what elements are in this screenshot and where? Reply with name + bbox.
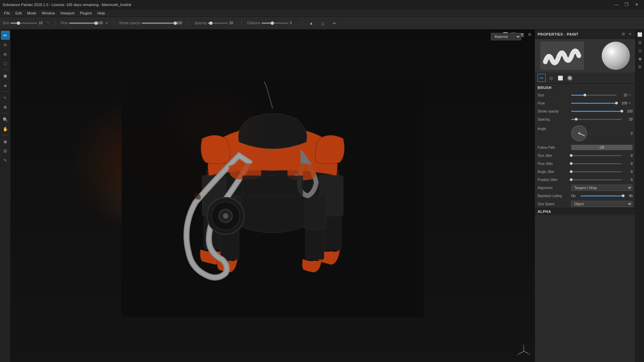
angle-prop-row: Angle | 0 (535, 123, 635, 143)
zoom-button[interactable]: 🔍 (1, 115, 10, 124)
panel-close-btn[interactable]: ✕ (627, 32, 633, 37)
toolbar: Size 10 ✎ Flow 100 ✔ Stroke opacity 100 … (0, 17, 644, 30)
size-prop-value: 10 (618, 93, 627, 97)
stroke-mode-btn-2[interactable]: △ (319, 19, 326, 27)
size-space-row: Size Space Object UV World (535, 200, 635, 208)
viewport-canvas (11, 30, 535, 362)
menu-file[interactable]: File (1, 10, 13, 16)
svg-line-20 (524, 351, 529, 354)
toolbar-sep-5 (302, 20, 302, 27)
stroke-opacity-prop-value: 100 (623, 109, 633, 113)
spacing-value: 20 (229, 21, 236, 25)
brush-tabs: ✏ ◎ ⬜ 🔘 (535, 73, 635, 84)
stroke-opacity-slider[interactable] (142, 22, 175, 24)
panel-expand-btn[interactable]: ⊞ (620, 32, 626, 37)
close-button[interactable]: ✕ (632, 1, 641, 8)
stroke-mode-btn-3[interactable]: ⇒ (330, 19, 338, 27)
menu-help[interactable]: Help (95, 10, 108, 16)
menu-viewport[interactable]: Viewport (57, 10, 77, 16)
flow-jitter-label: Flow Jitter (538, 162, 571, 166)
edge-bake-btn[interactable]: ◎ (636, 47, 644, 54)
maximize-button[interactable]: ❐ (622, 1, 631, 8)
flow-prop-label: Flow (538, 101, 571, 105)
position-jitter-slider[interactable] (571, 179, 622, 180)
edge-display-btn[interactable]: ◉ (636, 55, 644, 62)
menubar: File Edit Mode Window Viewport Plugins H… (0, 9, 644, 17)
menu-window[interactable]: Window (39, 10, 57, 16)
measure-button[interactable]: ⊞ (1, 146, 10, 155)
spacing-slider-area: 20 (571, 118, 633, 121)
viewport-background (11, 30, 535, 362)
edge-layers-btn[interactable]: ⬜ (636, 31, 644, 38)
size-slider[interactable] (10, 22, 37, 24)
backface-value: 90 (623, 194, 633, 198)
hand-button[interactable]: ✋ (1, 125, 10, 133)
svg-rect-11 (306, 229, 324, 260)
menu-edit[interactable]: Edit (13, 10, 25, 16)
toolbar-sep-1 (55, 20, 55, 27)
right-edge-bar: ⬜ ⊞ ◎ ◉ ⚙ (635, 30, 644, 362)
spacing-slider[interactable] (208, 22, 228, 24)
edge-settings-btn[interactable]: ⚙ (636, 63, 644, 71)
viewport-icon-4[interactable]: ⚙ (526, 31, 533, 38)
menu-mode[interactable]: Mode (25, 10, 39, 16)
titlebar-controls: — ❐ ✕ (612, 1, 641, 8)
fill-tool-button[interactable]: ⬡ (1, 59, 10, 68)
flow-slider[interactable] (69, 22, 96, 24)
brush-tab-material[interactable]: ⬜ (556, 74, 564, 82)
angle-dial[interactable] (571, 125, 587, 141)
eyedropper-button[interactable]: ◉ (1, 137, 10, 146)
angle-jitter-slider[interactable] (571, 171, 622, 172)
panel-title: PROPERTIES - PAINT (538, 32, 579, 36)
brush-tab-shape[interactable]: ◎ (547, 74, 555, 82)
stroke-opacity-prop-label: Stroke opacity (538, 109, 571, 113)
axis-indicator: x y z (517, 345, 531, 358)
geometry-button[interactable]: ◈ (1, 81, 10, 90)
spacing-prop-row: Spacing 20 (535, 115, 635, 123)
alignment-dropdown[interactable]: Tangent | Wrap UV World (571, 185, 633, 191)
backface-slider[interactable] (581, 195, 623, 196)
position-jitter-label: Position Jitter (538, 178, 571, 182)
angle-needle (579, 133, 585, 136)
select-button[interactable]: ↖ (1, 93, 10, 102)
polygon-fill-button[interactable]: ⬢ (1, 72, 10, 80)
flow-lock-icon[interactable]: ✔ (105, 21, 108, 25)
size-edit-icon[interactable]: ✎ (47, 21, 49, 25)
menu-plugins[interactable]: Plugins (77, 10, 95, 16)
follow-path-bar[interactable]: Off (571, 145, 633, 150)
stroke-mode-btn-1[interactable]: ▲ (308, 19, 315, 27)
toolbar-stroke-opacity-group: Stroke opacity 100 (119, 21, 183, 25)
size-jitter-slider-area: 0 (571, 154, 633, 157)
flow-lock-icon[interactable]: ✔ (629, 101, 633, 105)
minimize-button[interactable]: — (612, 1, 621, 8)
size-space-dropdown[interactable]: Object UV World (571, 201, 633, 207)
brush-tab-stroke[interactable]: ✏ (538, 74, 546, 82)
stroke-opacity-prop-slider[interactable] (571, 111, 622, 112)
annotation-button[interactable]: ✎ (1, 156, 10, 165)
angle-jitter-label: Angle Jitter (538, 170, 571, 174)
backface-culling-row: Backface culling On 90 (535, 192, 635, 200)
edge-texture-btn[interactable]: ⊞ (636, 39, 644, 46)
main-layout: ✏ ≋ ⊕ ⬡ ⬢ ◈ ↖ ✤ 🔍 ✋ ◉ ⊞ ✎ (0, 30, 644, 362)
flow-value: 100 (97, 21, 104, 25)
size-jitter-slider[interactable] (571, 155, 622, 156)
toolbar-flow-group: Flow 100 ✔ (60, 21, 108, 25)
viewport[interactable]: ⬜ ⬛ 📷 ⚙ Material Base Color Roughness Me… (11, 30, 535, 362)
paint-tool-button[interactable]: ✏ (1, 31, 10, 40)
size-prop-slider[interactable] (571, 95, 616, 96)
size-edit-icon[interactable]: ✎ (629, 93, 633, 97)
distance-slider[interactable] (262, 22, 288, 24)
flow-prop-slider[interactable] (571, 103, 616, 104)
spacing-prop-slider[interactable] (571, 119, 622, 120)
flow-jitter-slider[interactable] (571, 163, 622, 164)
brush-tab-stencil[interactable]: 🔘 (566, 74, 574, 82)
alignment-label: Alignment (538, 186, 571, 190)
transform-button[interactable]: ✤ (1, 103, 10, 111)
mammoth-model (11, 30, 535, 362)
material-dropdown[interactable]: Material Base Color Roughness Metallic N… (491, 33, 521, 40)
smudge-tool-button[interactable]: ≋ (1, 40, 10, 49)
clone-tool-button[interactable]: ⊕ (1, 50, 10, 58)
tool-sep-3 (2, 113, 9, 114)
angle-tick: | (590, 132, 591, 135)
alpha-section: ALPHA (535, 208, 635, 215)
